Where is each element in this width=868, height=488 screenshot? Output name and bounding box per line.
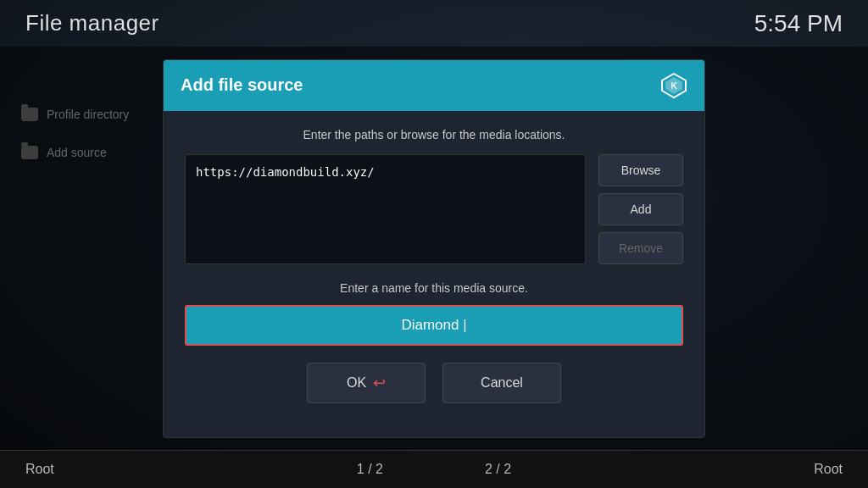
name-instruction: Enter a name for this media source. [185, 281, 683, 295]
modal-dialog: Add file source K Enter the paths or bro… [163, 59, 705, 438]
ok-btn-content: OK ↩ [308, 374, 425, 392]
name-input[interactable] [185, 305, 683, 346]
bottom-right: Root [814, 462, 843, 477]
ok-label: OK [347, 375, 366, 391]
bottom-center-1: 1 / 2 [357, 462, 383, 477]
clock: 5:54 PM [754, 10, 843, 37]
paths-input[interactable] [185, 154, 586, 264]
top-bar: File manager 5:54 PM [0, 0, 868, 47]
app-title: File manager [25, 10, 159, 36]
add-button[interactable]: Add [598, 193, 683, 225]
paths-buttons: Browse Add Remove [598, 154, 683, 264]
browse-button[interactable]: Browse [598, 154, 683, 186]
name-input-wrapper [185, 305, 683, 346]
kodi-logo-icon: K [660, 72, 687, 99]
modal-footer: OK ↩ Cancel [185, 363, 683, 420]
bottom-center-2: 2 / 2 [485, 462, 511, 477]
bottom-center: 1 / 2 2 / 2 [357, 462, 511, 477]
bottom-bar: Root 1 / 2 2 / 2 Root [0, 450, 868, 488]
bottom-left: Root [25, 462, 54, 477]
arrow-icon: ↩ [373, 374, 386, 392]
ok-button[interactable]: OK ↩ [307, 363, 426, 403]
modal-instruction: Enter the paths or browse for the media … [185, 128, 683, 141]
cancel-button[interactable]: Cancel [442, 363, 561, 403]
remove-button[interactable]: Remove [598, 232, 683, 264]
modal-header: Add file source K [164, 60, 704, 111]
svg-text:K: K [670, 81, 677, 91]
modal-body: Enter the paths or browse for the media … [164, 111, 704, 437]
paths-section: Browse Add Remove [185, 154, 683, 264]
modal-overlay: Add file source K Enter the paths or bro… [0, 47, 868, 450]
modal-title: Add file source [181, 75, 303, 95]
